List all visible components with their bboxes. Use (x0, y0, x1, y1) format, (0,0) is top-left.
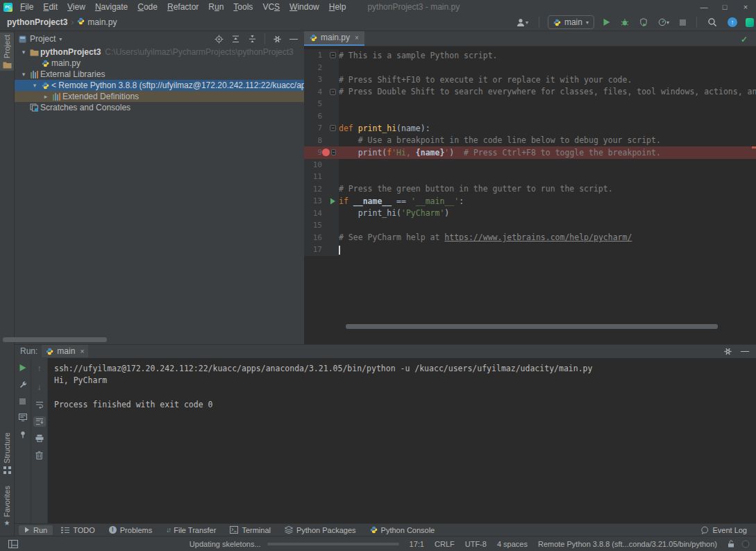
stripe-tab-project[interactable]: Project (0, 33, 14, 71)
menu-edit[interactable]: Edit (38, 2, 62, 12)
tree-row[interactable]: ▾pythonProject3C:\Users\ufyilmaz\Pycharm… (15, 46, 304, 58)
code-line-14[interactable]: 14 print_hi('PyCharm') (304, 207, 756, 220)
code-line-16[interactable]: 16# See PyCharm help at https://www.jetb… (304, 232, 756, 244)
tool-window-button-terminal[interactable]: Terminal (224, 525, 276, 535)
show-console-button[interactable] (17, 412, 29, 423)
close-tab-icon[interactable]: × (355, 34, 359, 42)
maximize-button[interactable]: □ (714, 3, 735, 11)
rerun-button[interactable] (17, 362, 28, 373)
lock-icon[interactable] (728, 540, 734, 548)
breakpoint-icon[interactable] (322, 149, 330, 156)
expand-all-button[interactable] (229, 33, 242, 44)
stripe-tab-structure[interactable]: Structure (0, 430, 14, 476)
project-panel-title[interactable]: Project (30, 34, 56, 44)
minimize-button[interactable]: — (694, 3, 714, 11)
editor-tab-main-py[interactable]: main.py× (304, 31, 364, 46)
fold-marker-icon[interactable]: − (330, 125, 336, 131)
code-line-1[interactable]: 1−# This is a sample Python script. (304, 49, 756, 62)
code-line-15[interactable]: 15 (304, 219, 756, 232)
interpreter-selector[interactable]: Remote Python 3.8.8 (sft...conda/3.21.05… (538, 540, 717, 548)
menu-tools[interactable]: Tools (228, 2, 258, 12)
clear-all-button[interactable] (33, 450, 45, 461)
caret-position[interactable]: 17:1 (410, 540, 424, 548)
code-line-17[interactable]: 17 (304, 244, 756, 256)
tool-window-button-todo[interactable]: TODO (56, 525, 101, 535)
code-line-7[interactable]: 7−def print_hi(name): (304, 122, 756, 135)
fold-marker-icon[interactable]: − (330, 52, 336, 58)
code-line-5[interactable]: 5 (304, 98, 756, 110)
chevron-down-icon[interactable]: ▾ (59, 36, 62, 42)
stop-button[interactable] (17, 397, 28, 406)
run-button[interactable] (600, 17, 612, 28)
breadcrumb-file[interactable]: main.py (87, 17, 117, 27)
error-stripe-mark[interactable] (752, 146, 756, 149)
code-line-11[interactable]: 11 (304, 171, 756, 183)
chevron-right-icon[interactable]: ▸ (41, 93, 51, 100)
run-line-icon[interactable] (330, 198, 336, 205)
user-button[interactable]: ▾ (514, 17, 530, 28)
close-tab-icon[interactable]: × (80, 348, 84, 355)
tree-row[interactable]: ▾External Libraries (15, 69, 304, 80)
chevron-down-icon[interactable]: ▾ (19, 71, 28, 78)
scroll-to-end-button[interactable] (33, 416, 46, 427)
run-tab-main[interactable]: main× (42, 345, 88, 357)
indent-style[interactable]: 4 spaces (497, 540, 528, 548)
tree-row[interactable]: ▸Extended Definitions (15, 91, 304, 102)
line-ending[interactable]: CRLF (435, 540, 455, 548)
search-everywhere-button[interactable] (705, 16, 719, 28)
tool-window-switcher-button[interactable] (6, 539, 20, 550)
event-log-button[interactable]: Event Log (695, 525, 753, 535)
code-line-4[interactable]: 4−# Press Double Shift to search everywh… (304, 86, 756, 99)
run-with-coverage-button[interactable] (637, 17, 650, 28)
tool-window-button-python-packages[interactable]: Python Packages (279, 525, 362, 535)
breadcrumb-project[interactable]: pythonProject3 (7, 17, 67, 27)
file-encoding[interactable]: UTF-8 (465, 540, 487, 548)
locate-button[interactable] (212, 33, 226, 45)
code-line-10[interactable]: 10 (304, 159, 756, 171)
print-button[interactable] (33, 433, 46, 443)
ide-updates-button[interactable]: ↑ (725, 16, 739, 28)
run-panel-settings-button[interactable] (721, 346, 734, 357)
debug-button[interactable] (619, 17, 631, 28)
chevron-down-icon[interactable]: ▾ (19, 49, 28, 56)
settings-button[interactable] (271, 33, 284, 45)
profiler-button[interactable]: ▾ (656, 17, 671, 28)
code-line-6[interactable]: 6 (304, 110, 756, 123)
down-stack-button[interactable]: ↓ (35, 381, 44, 393)
fold-marker-icon[interactable]: − (331, 149, 336, 155)
chevron-down-icon[interactable]: ▾ (30, 82, 40, 89)
stripe-tab-favorites[interactable]: Favorites★ (0, 484, 14, 529)
code-line-13[interactable]: 13if __name__ == '__main__': (304, 195, 756, 207)
up-stack-button[interactable]: ↑ (35, 362, 44, 375)
tool-window-button-run[interactable]: Run (19, 525, 53, 535)
menu-run[interactable]: Run (203, 2, 228, 12)
soft-wrap-button[interactable] (33, 400, 46, 410)
tree-row[interactable]: Scratches and Consoles (15, 102, 304, 113)
menu-code[interactable]: Code (133, 2, 162, 12)
close-button[interactable]: × (735, 3, 756, 11)
menu-refactor[interactable]: Refactor (162, 2, 203, 12)
editor[interactable]: main.py× 1−# This is a sample Python scr… (304, 31, 756, 344)
code-area[interactable]: 1−# This is a sample Python script.23# P… (304, 46, 756, 344)
menu-view[interactable]: View (62, 2, 90, 12)
menu-file[interactable]: File (15, 2, 38, 12)
notification-icon[interactable] (741, 540, 750, 548)
pin-button[interactable] (17, 429, 29, 440)
tool-window-button-file-transfer[interactable]: ↓↑File Transfer (160, 525, 221, 535)
run-configuration-select[interactable]: main▾ (548, 15, 594, 29)
tree-row[interactable]: main.py (15, 58, 304, 69)
menu-vcs[interactable]: VCS (258, 2, 285, 12)
editor-horizontal-scrollbar[interactable] (346, 324, 718, 329)
code-line-3[interactable]: 3# Press Shift+F10 to execute it or repl… (304, 74, 756, 86)
menu-help[interactable]: Help (324, 2, 351, 12)
menu-window[interactable]: Window (285, 2, 324, 12)
tool-window-button-python-console[interactable]: Python Console (364, 525, 441, 535)
collapse-all-button[interactable] (246, 33, 259, 44)
project-horizontal-scrollbar[interactable] (3, 337, 107, 342)
code-line-12[interactable]: 12# Press the green button in the gutter… (304, 183, 756, 196)
code-line-9[interactable]: 9− print(f'Hi, {name}') # Press Ctrl+F8 … (304, 146, 756, 159)
run-console[interactable]: ssh://ufyilmaz@172.20.242.112:22/kuacc/a… (48, 358, 756, 523)
hide-run-panel-button[interactable]: — (739, 345, 751, 357)
code-line-8[interactable]: 8 # Use a breakpoint in the code line be… (304, 135, 756, 147)
menu-navigate[interactable]: Navigate (90, 2, 133, 12)
